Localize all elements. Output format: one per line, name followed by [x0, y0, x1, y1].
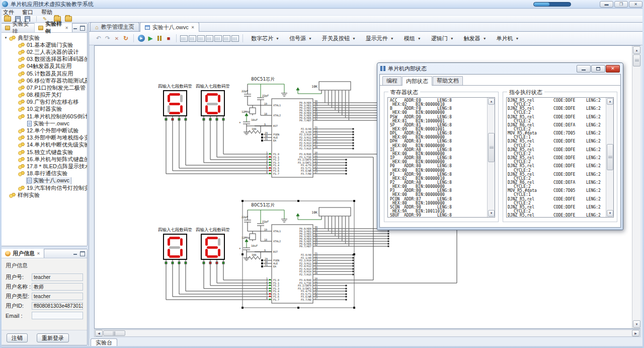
- float-tab-1[interactable]: 内部状态: [402, 76, 432, 86]
- tree-item[interactable]: 14.单片机中断优先级实验: [2, 142, 87, 149]
- float-title-bar[interactable]: 单片机内部状态 ✕: [377, 63, 623, 74]
- view-minimize-icon[interactable]: [72, 25, 78, 30]
- relogin-button[interactable]: 重新登录: [37, 333, 69, 342]
- scrollbar-thumb[interactable]: [488, 133, 495, 162]
- tree-item[interactable]: 05.计数器及其应用: [2, 70, 87, 77]
- circuit-canvas[interactable]: 80C51芯片XTAL119XTAL218RST9PSEN29ALE30EA31…: [95, 46, 632, 328]
- scroll-left-icon[interactable]: ◀: [95, 330, 103, 336]
- tree-item[interactable]: 09.广告灯的左移右移: [2, 99, 87, 106]
- mcu-state-window[interactable]: 单片机内部状态 ✕ 编程内部状态帮助文档 寄存器状态: [377, 62, 623, 230]
- registers-scrollbar[interactable]: ▲ ▼: [487, 98, 495, 217]
- user-field-value[interactable]: teacher: [32, 273, 83, 281]
- tree-item[interactable]: ▾典型实验: [2, 34, 87, 41]
- scroll-up-icon[interactable]: ▲: [633, 46, 640, 54]
- seven-segment-display[interactable]: [201, 234, 225, 260]
- editor-tab-1[interactable]: 实验十八.owvc✕: [140, 22, 200, 32]
- scroll-down-icon[interactable]: ▼: [633, 320, 640, 328]
- tree-item[interactable]: 实验十八.owvc: [2, 177, 87, 184]
- view-maximize-icon[interactable]: [79, 25, 85, 30]
- tree-item[interactable]: 03.数据选择器和译码器的使用: [2, 56, 87, 63]
- delete-icon[interactable]: ✕: [112, 34, 121, 43]
- resume-icon[interactable]: ▶: [146, 34, 155, 43]
- undo-icon[interactable]: ↶: [94, 34, 103, 43]
- dropdown-4[interactable]: 模组▼: [404, 35, 421, 42]
- dropdown-1[interactable]: 信号源▼: [289, 35, 312, 42]
- export-folder-icon[interactable]: [65, 16, 72, 22]
- dropdown-0[interactable]: 数字芯片▼: [251, 35, 279, 42]
- canvas-vertical-scrollbar[interactable]: ▲ ▼: [632, 46, 640, 328]
- scroll-up-icon[interactable]: ▲: [607, 98, 613, 105]
- tree-item[interactable]: 07.P1口控制发光二极管: [2, 84, 87, 91]
- tree-item[interactable]: 01.基本逻辑门实验: [2, 41, 87, 48]
- seven-segment-display[interactable]: [163, 90, 187, 116]
- dropdown-5[interactable]: 逻辑门▼: [431, 35, 454, 42]
- refresh-icon[interactable]: ↻: [121, 34, 130, 43]
- tab-user-info[interactable]: 用户信息 ✕: [2, 249, 44, 258]
- user-field-value[interactable]: ff808081303e487301303e: [32, 302, 83, 310]
- dropdown-7[interactable]: 单片机▼: [497, 35, 519, 42]
- instructions-list[interactable]: DJNZ R5,relCODE:DDFELENG:2CYCLE:2DJNZ R5…: [506, 97, 614, 218]
- redo-icon[interactable]: ↷: [103, 34, 112, 43]
- dropdown-2[interactable]: 开关及按钮▼: [322, 35, 356, 42]
- sidebar-tab-1[interactable]: 实验样例✕: [35, 23, 72, 32]
- tree-item[interactable]: 样例实验: [2, 191, 87, 198]
- menu-item-2[interactable]: 帮助: [41, 9, 52, 16]
- part-mcu-icon[interactable]: [231, 35, 239, 42]
- menu-item-1[interactable]: 窗口: [22, 9, 33, 16]
- status-tab[interactable]: 实验台: [91, 338, 117, 346]
- close-icon[interactable]: ✕: [191, 25, 195, 30]
- stop-icon[interactable]: ■: [164, 34, 173, 43]
- window-restore-button[interactable]: ❐: [614, 1, 628, 8]
- scroll-up-icon[interactable]: ▲: [488, 98, 495, 105]
- editor-tab-0[interactable]: ⌂教学管理主页: [90, 22, 139, 31]
- close-icon[interactable]: ✕: [37, 251, 40, 256]
- float-tab-2[interactable]: 帮助文档: [433, 76, 463, 85]
- float-maximize-button[interactable]: [591, 65, 605, 73]
- part-adc-icon[interactable]: [223, 35, 230, 42]
- tree-item[interactable]: 19.汽车转向信号灯控制实验: [2, 184, 87, 191]
- scrollbar-thumb[interactable]: [633, 54, 640, 66]
- tree-item[interactable]: 17.8＊8LED点阵显示技术: [2, 163, 87, 170]
- sidebar-tab-0[interactable]: 实验安排: [2, 23, 35, 32]
- scroll-right-icon[interactable]: ▶: [632, 330, 639, 336]
- scrollbar-thumb[interactable]: [607, 144, 613, 170]
- tree-item[interactable]: 02.三人表决器的设计: [2, 48, 87, 55]
- tree-item[interactable]: 15.独立式键盘实验: [2, 149, 87, 156]
- tree-item[interactable]: 08.模拟开关灯: [2, 92, 87, 99]
- float-close-button[interactable]: ✕: [606, 65, 620, 73]
- window-close-button[interactable]: ✕: [629, 1, 642, 8]
- user-field-value[interactable]: teacher: [32, 293, 83, 300]
- user-field-value[interactable]: 教师: [32, 283, 83, 291]
- open-folder-icon[interactable]: [4, 16, 11, 22]
- part-display-icon[interactable]: [180, 35, 188, 42]
- seven-segment-display[interactable]: [163, 234, 187, 260]
- canvas-horizontal-scrollbar[interactable]: ◀ ▶: [94, 329, 640, 337]
- tree-item[interactable]: 16.单片机与矩阵式键盘的接口技术: [2, 156, 87, 163]
- tree-item[interactable]: 11.单片机控制的60S倒计时实验: [2, 113, 87, 120]
- tree-item[interactable]: 10.定时器实验: [2, 106, 87, 113]
- scroll-down-icon[interactable]: ▼: [488, 210, 495, 217]
- part-gate-icon[interactable]: [197, 35, 205, 42]
- seven-segment-display[interactable]: [201, 90, 225, 116]
- part-ram-icon[interactable]: [214, 35, 222, 42]
- expand-icon[interactable]: ▾: [4, 36, 8, 40]
- registers-list[interactable]: ACCADDR:E0LENG:8HEX:02BIN:00000010BADDR:…: [387, 97, 495, 218]
- user-field-value[interactable]: [32, 312, 83, 319]
- scroll-down-icon[interactable]: ▼: [607, 210, 613, 217]
- view-maximize-icon[interactable]: [79, 251, 85, 256]
- tree-item[interactable]: 12.单个外部中断试验: [2, 127, 87, 134]
- close-icon[interactable]: ✕: [65, 26, 68, 30]
- run-icon[interactable]: ▶: [138, 35, 145, 42]
- tree-item[interactable]: 实验十一.owvc: [2, 120, 87, 127]
- scrollbar-thumb[interactable]: [103, 330, 125, 336]
- instructions-scrollbar[interactable]: ▲ ▼: [606, 98, 613, 217]
- tree-item[interactable]: 04触发器及其应用: [2, 63, 87, 70]
- dropdown-3[interactable]: 显示元件▼: [366, 35, 394, 42]
- tree-item[interactable]: 06.移位寄存器功能测试及应用: [2, 77, 87, 84]
- pause-icon[interactable]: [155, 34, 164, 43]
- logout-button[interactable]: 注销: [7, 333, 28, 342]
- tree-item[interactable]: 18.串行通信实验: [2, 170, 87, 177]
- tree-item[interactable]: 13.外部中断与堆栈指令实验: [2, 134, 87, 142]
- view-minimize-icon[interactable]: [72, 251, 78, 256]
- part-chip-icon[interactable]: [189, 35, 196, 42]
